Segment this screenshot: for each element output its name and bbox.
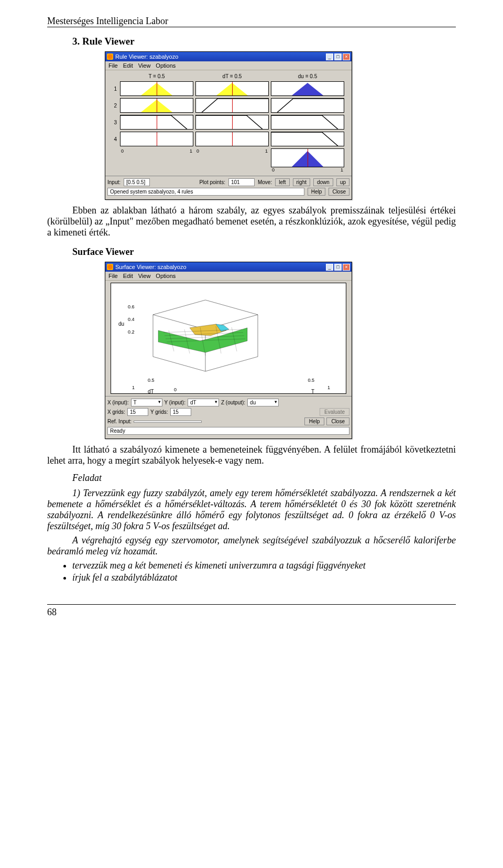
plot-points-field[interactable]: 101 [228, 178, 255, 186]
menu-view[interactable]: View [138, 273, 151, 279]
surface-viewer-paragraph: Itt látható a szabályozó kimenete a beme… [47, 444, 456, 466]
section-3-title: 3. Rule Viewer [72, 36, 456, 47]
evaluate-button[interactable]: Evaluate [320, 408, 349, 416]
window-title: Rule Viewer: szabalyozo [115, 53, 178, 60]
zoutput-label: Z (output): [221, 400, 245, 405]
menu-file[interactable]: File [108, 62, 118, 69]
menu-file[interactable]: File [108, 273, 118, 279]
z-ticks: 0.6 0.4 0.2 [128, 304, 135, 335]
matlab-icon [107, 264, 113, 270]
bullet-item: tervezzük meg a két bemeneti és kimeneti… [72, 560, 456, 571]
mf-plot [195, 132, 269, 146]
surface-viewer-window: Surface Viewer: szabalyozo _ □ × File Ed… [105, 262, 352, 439]
xinput-dropdown[interactable]: T [131, 399, 162, 406]
input-label: Input: [107, 179, 121, 185]
window-title: Surface Viewer: szabalyozo [115, 264, 187, 270]
mf-plot [120, 132, 193, 146]
minimize-button[interactable]: _ [326, 53, 333, 60]
rule-viewer-window: Rule Viewer: szabalyozo _ □ × File Edit … [105, 51, 352, 200]
xgrids-field[interactable]: 15 [127, 408, 148, 416]
refinput-field[interactable] [134, 421, 202, 423]
mf-plot [120, 98, 193, 113]
move-label: Move: [258, 179, 272, 185]
feladat-heading: Feladat [72, 473, 456, 484]
page-number: 68 [47, 607, 57, 617]
rule-viewer-paragraph: Ebben az ablakban látható a három szabál… [47, 205, 456, 238]
matlab-icon [107, 53, 113, 60]
surface-3d [137, 299, 274, 372]
minimize-button[interactable]: _ [326, 264, 333, 271]
status-bar: Opened system szabalyozo, 4 rules [107, 188, 304, 196]
plot-points-label: Plot points: [199, 179, 225, 185]
zoutput-dropdown[interactable]: du [247, 399, 279, 406]
axis-ticks: 01 [120, 148, 193, 173]
close-button[interactable]: × [343, 53, 350, 60]
t-axis-label: T [311, 389, 314, 394]
menu-edit[interactable]: Edit [123, 273, 133, 279]
menu-options[interactable]: Options [156, 62, 176, 69]
z-label: du [118, 321, 124, 327]
axis-ticks: 01 [195, 148, 269, 173]
close-button[interactable]: Close [329, 188, 349, 196]
xinput-label: X (input): [107, 400, 129, 405]
bullet-item: írjuk fel a szabálytáblázatot [72, 572, 456, 583]
menubar: File Edit View Options [105, 61, 352, 70]
move-right-button[interactable]: right [293, 178, 310, 186]
mf-plot [195, 98, 269, 113]
task-bullets: tervezzük meg a két bemeneti és kimeneti… [72, 560, 456, 583]
surface-viewer-titlebar: Surface Viewer: szabalyozo _ □ × [105, 262, 352, 272]
mf-plot [195, 81, 269, 96]
close-button[interactable]: Close [326, 417, 349, 425]
mf-plot [271, 132, 344, 146]
rule-viewer-titlebar: Rule Viewer: szabalyozo _ □ × [105, 52, 352, 61]
maximize-button[interactable]: □ [334, 264, 342, 271]
mf-plot [271, 115, 344, 130]
col-label-dt: dT = 0.5 [195, 73, 269, 79]
help-button[interactable]: Help [308, 188, 326, 196]
dt-axis-label: dT [148, 389, 154, 394]
task-paragraph-1: 1) Tervezzünk egy fuzzy szabályzót, amel… [47, 488, 456, 532]
rule-number: 1 [108, 86, 118, 92]
menu-options[interactable]: Options [156, 273, 176, 279]
refinput-label: Ref. Input: [107, 419, 132, 424]
rule-number: 4 [108, 136, 118, 142]
move-down-button[interactable]: down [313, 178, 333, 186]
page-header: Mesterséges Intelligencia Labor [47, 16, 456, 27]
move-left-button[interactable]: left [275, 178, 289, 186]
surface-viewer-figure: Surface Viewer: szabalyozo _ □ × File Ed… [105, 262, 456, 439]
mf-plot [120, 115, 193, 130]
mf-plot [271, 81, 344, 96]
rule-number: 2 [108, 103, 118, 109]
menu-view[interactable]: View [138, 62, 151, 69]
col-label-du: du = 0.5 [271, 73, 344, 79]
help-button[interactable]: Help [304, 417, 325, 425]
rule-number: 3 [108, 120, 118, 125]
col-label-t: T = 0.5 [120, 73, 193, 79]
task-paragraph-2: A végrehajtó egység egy szervomotor, ame… [47, 535, 456, 557]
mf-plot [195, 115, 269, 130]
status-bar: Ready [107, 427, 349, 435]
aggregate-output-plot [271, 148, 344, 167]
mf-plot [271, 98, 344, 113]
rule-viewer-figure: Rule Viewer: szabalyozo _ □ × File Edit … [105, 51, 456, 200]
ygrids-field[interactable]: 15 [170, 408, 191, 416]
close-button[interactable]: × [343, 264, 350, 271]
mf-plot [120, 81, 193, 96]
menu-edit[interactable]: Edit [123, 62, 133, 69]
ygrids-label: Y grids: [150, 409, 168, 415]
input-field[interactable]: [0.5 0.5] [124, 178, 150, 186]
axis-ticks: 01 [271, 167, 344, 173]
yinput-label: Y (input): [165, 400, 185, 405]
surface-viewer-heading: Surface Viewer [72, 247, 456, 258]
xgrids-label: X grids: [107, 409, 125, 415]
yinput-dropdown[interactable]: dT [188, 399, 219, 406]
move-up-button[interactable]: up [336, 178, 349, 186]
surface-plot[interactable]: 0.6 0.4 0.2 du [111, 283, 346, 394]
maximize-button[interactable]: □ [334, 53, 342, 60]
menubar: File Edit View Options [105, 272, 352, 281]
